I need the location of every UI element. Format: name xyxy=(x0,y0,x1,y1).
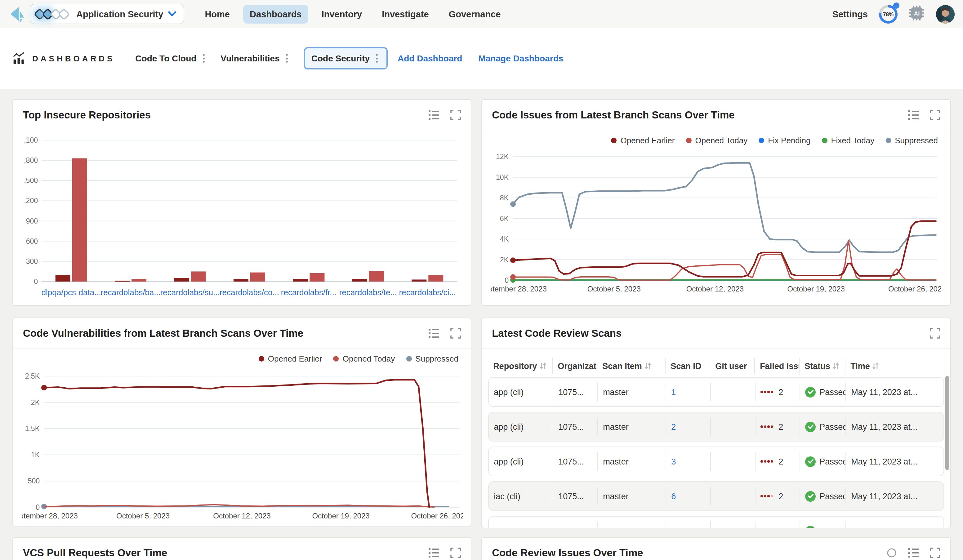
bar-category-link[interactable]: recardolabs/fr... xyxy=(281,288,337,297)
table-row[interactable]: app (cli)1075...master22PassedMay 11, 20… xyxy=(488,412,944,442)
sort-icon xyxy=(833,362,840,370)
settings-link[interactable]: Settings xyxy=(832,9,868,19)
bar-category-link[interactable]: recardolabs/co... xyxy=(220,288,279,297)
svg-text:8K: 8K xyxy=(500,194,509,202)
svg-text:October 19, 2023: October 19, 2023 xyxy=(312,511,370,520)
cell-scan-id: 2 xyxy=(666,418,711,436)
svg-text:2K: 2K xyxy=(500,256,509,264)
tab-menu-kebab-icon[interactable] xyxy=(373,53,380,64)
column-header-status[interactable]: Status xyxy=(799,358,845,374)
panel-title: Code Issues from Latest Branch Scans Ove… xyxy=(492,109,735,121)
notification-dot xyxy=(893,2,900,8)
column-header-organizat[interactable]: Organizat xyxy=(553,358,597,374)
svg-text:12K: 12K xyxy=(496,152,509,160)
cell-scan-id: 6 xyxy=(666,487,711,505)
column-header-time[interactable]: Time xyxy=(845,358,944,374)
user-avatar[interactable] xyxy=(936,5,955,23)
manage-dashboards-link[interactable]: Manage Dashboards xyxy=(478,53,563,63)
panel-title: Latest Code Review Scans xyxy=(492,327,621,339)
nav-item-home[interactable]: Home xyxy=(198,5,237,23)
legend-item[interactable]: Suppressed xyxy=(406,354,459,363)
expand-icon[interactable] xyxy=(930,110,940,120)
bar-category-link[interactable]: recardolabs/te... xyxy=(339,288,397,297)
table-row[interactable]: app (cli)1075...master12PassedMay 11, 20… xyxy=(488,377,944,407)
scan-id-link[interactable]: 2 xyxy=(671,422,676,431)
list-view-icon[interactable] xyxy=(429,328,439,338)
cell-git-user xyxy=(711,383,755,401)
tab-menu-kebab-icon[interactable] xyxy=(200,53,207,64)
column-header-failed-issu[interactable]: Failed issu xyxy=(755,358,799,374)
legend-item[interactable]: Fix Pending xyxy=(759,136,811,145)
cell-failed-issues: 10 xyxy=(755,521,800,528)
cell-status: Passed xyxy=(800,487,846,505)
table-row[interactable]: code (cli)1075...master110PassedMay 12, … xyxy=(488,516,944,528)
list-view-icon[interactable] xyxy=(429,110,439,120)
expand-icon[interactable] xyxy=(450,547,461,558)
cell-organization: 1075... xyxy=(553,418,598,436)
bar-category-link[interactable]: recardolabs/su... xyxy=(160,288,220,297)
nav-item-investigate[interactable]: Investigate xyxy=(375,5,436,23)
svg-text:0: 0 xyxy=(504,276,509,284)
list-view-icon[interactable] xyxy=(908,547,919,558)
svg-text:October 19, 2023: October 19, 2023 xyxy=(788,285,845,293)
bar-category-link[interactable]: recardolabs/ba... xyxy=(101,288,160,297)
dashboard-tab-code-security[interactable]: Code Security xyxy=(304,47,387,70)
nav-item-governance[interactable]: Governance xyxy=(442,5,508,23)
legend-item[interactable]: Fixed Today xyxy=(822,136,875,145)
svg-text:500: 500 xyxy=(28,477,40,485)
legend-item[interactable]: Opened Today xyxy=(686,136,748,145)
panel-title: VCS Pull Requests Over Time xyxy=(23,547,167,558)
chevron-down-icon xyxy=(168,11,176,17)
list-view-icon[interactable] xyxy=(908,110,919,120)
column-header-scan-id[interactable]: Scan ID xyxy=(666,358,710,374)
cell-time: May 11, 2023 at... xyxy=(846,452,944,471)
ai-copilot-icon[interactable]: AI xyxy=(909,5,925,23)
expand-icon[interactable] xyxy=(450,328,461,338)
dashboard-tab-vulnerabilities[interactable]: Vulnerabilities xyxy=(220,53,290,64)
usage-progress-ring[interactable]: 78% xyxy=(879,5,898,23)
list-view-icon[interactable] xyxy=(429,547,439,558)
legend-item[interactable]: Opened Earlier xyxy=(259,354,322,363)
expand-icon[interactable] xyxy=(930,328,940,338)
dashboards-label: DASHBOARDS xyxy=(32,53,115,63)
severity-dots-icon xyxy=(760,460,773,463)
module-selector-dropdown[interactable]: Application Security xyxy=(30,4,184,24)
scan-id-link[interactable]: 1 xyxy=(671,526,676,528)
nav-item-inventory[interactable]: Inventory xyxy=(315,5,369,23)
sort-icon xyxy=(704,362,705,370)
nav-item-dashboards[interactable]: Dashboards xyxy=(243,5,309,23)
line-chart-code-vulnerabilities: Opened EarlierOpened TodaySuppressed 2.5… xyxy=(13,348,471,522)
table-row[interactable]: app (cli)1075...master32PassedMay 11, 20… xyxy=(488,447,944,476)
tab-menu-kebab-icon[interactable] xyxy=(284,53,290,64)
svg-text:2.5K: 2.5K xyxy=(25,372,40,380)
expand-icon[interactable] xyxy=(450,110,461,120)
svg-text:,500: ,500 xyxy=(24,176,38,185)
legend-item[interactable]: Suppressed xyxy=(885,136,938,145)
column-header-git-user[interactable]: Git user xyxy=(710,358,755,374)
svg-text:0: 0 xyxy=(36,503,40,511)
legend-item[interactable]: Opened Earlier xyxy=(611,136,675,145)
severity-dots-icon xyxy=(760,426,773,428)
legend-item[interactable]: Opened Today xyxy=(333,354,395,363)
dashboard-tab-code-to-cloud[interactable]: Code To Cloud xyxy=(135,53,207,64)
column-header-scan-item[interactable]: Scan Item xyxy=(597,358,666,374)
table-scrollbar[interactable] xyxy=(945,376,949,470)
cell-scan-id: 1 xyxy=(666,383,711,401)
add-dashboard-link[interactable]: Add Dashboard xyxy=(397,53,462,63)
expand-icon[interactable] xyxy=(930,547,940,558)
column-header-repository[interactable]: Repository xyxy=(488,358,553,374)
table-row[interactable]: iac (cli)1075...master62PassedMay 11, 20… xyxy=(488,481,944,511)
cell-failed-issues: 2 xyxy=(755,383,800,401)
svg-text:600: 600 xyxy=(26,237,38,245)
bar-category-link[interactable]: recardolabs/ci... xyxy=(399,288,456,297)
sort-icon xyxy=(872,362,879,370)
scan-id-link[interactable]: 6 xyxy=(671,492,676,501)
scan-id-link[interactable]: 3 xyxy=(671,457,676,466)
cell-git-user xyxy=(711,487,755,505)
panel-vcs-pull-requests-over-time: VCS Pull Requests Over Time xyxy=(12,537,472,560)
top-navigation: Application Security HomeDashboardsInven… xyxy=(0,0,963,28)
status-passed-check-icon xyxy=(805,526,815,528)
scan-id-link[interactable]: 1 xyxy=(671,387,676,397)
bar-category-link[interactable]: dlpqa/pcs-data... xyxy=(42,288,101,297)
divider xyxy=(125,49,125,68)
